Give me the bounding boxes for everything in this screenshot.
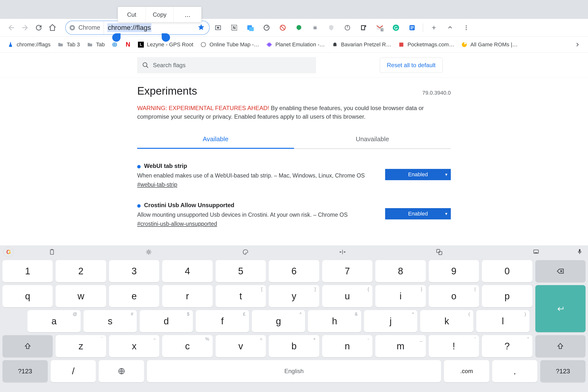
ext-n-icon[interactable]: N <box>227 21 242 34</box>
key-i[interactable]: i} <box>375 285 426 307</box>
key-4[interactable]: 4 <box>162 260 212 282</box>
ext-power-icon[interactable] <box>340 21 355 34</box>
tab-available[interactable]: Available <box>137 131 294 149</box>
key-6[interactable]: 6 <box>269 260 319 282</box>
tab-unavailable[interactable]: Unavailable <box>294 131 451 148</box>
key-b[interactable]: b+ <box>269 335 319 357</box>
key-l[interactable]: l) <box>476 310 530 332</box>
key-1[interactable]: 1 <box>2 260 53 282</box>
bookmark-overflow-button[interactable] <box>574 42 581 48</box>
clipboard-icon[interactable] <box>3 249 100 255</box>
browser-menu-button[interactable] <box>459 21 474 34</box>
key-u[interactable]: u{ <box>322 285 372 307</box>
key-9[interactable]: 9 <box>429 260 479 282</box>
selection-handle-right[interactable] <box>162 33 170 42</box>
google-icon[interactable]: G <box>3 247 14 257</box>
omnibox[interactable]: Chrome chrome://flags <box>65 20 210 35</box>
bookmark-item[interactable] <box>111 42 118 48</box>
key-space[interactable]: English <box>147 360 441 382</box>
key-d[interactable]: d$ <box>140 310 193 332</box>
dock-icon[interactable] <box>488 249 585 255</box>
omnibox-url[interactable]: chrome://flags <box>107 23 151 32</box>
ext-gmail-icon[interactable]: ? <box>372 21 387 34</box>
key-s[interactable]: s# <box>83 310 137 332</box>
key-r[interactable]: r <box>162 285 212 307</box>
bookmark-item[interactable]: Tab <box>87 42 105 48</box>
key-enter[interactable] <box>535 285 586 332</box>
ext-shield-icon[interactable] <box>324 21 339 34</box>
key-slash[interactable]: / <box>51 360 96 382</box>
key-w[interactable]: w <box>56 285 106 307</box>
key-h[interactable]: h& <box>308 310 361 332</box>
key-x[interactable]: x~ <box>109 335 159 357</box>
key-c[interactable]: c% <box>162 335 212 357</box>
ext-noentry-icon[interactable] <box>275 21 290 34</box>
tab-switcher-button[interactable] <box>443 21 457 34</box>
bookmark-item[interactable]: All Game ROMs |… <box>461 42 518 48</box>
key-symbols-right[interactable]: ?123 <box>540 360 586 382</box>
key-m[interactable]: m_ <box>375 335 426 357</box>
text-tool-icon[interactable] <box>294 249 391 255</box>
key-shift-right[interactable] <box>535 335 586 357</box>
palette-icon[interactable] <box>197 249 294 255</box>
back-button[interactable] <box>4 21 18 34</box>
key-7[interactable]: 7 <box>322 260 372 282</box>
gear-icon[interactable] <box>100 249 197 255</box>
key-exclaim[interactable]: !' <box>429 335 479 357</box>
bookmark-star-button[interactable] <box>198 24 205 32</box>
key-z[interactable]: z` <box>56 335 106 357</box>
translate-icon[interactable] <box>391 249 488 255</box>
ext-gauge-icon[interactable] <box>259 21 274 34</box>
ext-greenbubble-icon[interactable] <box>292 21 306 34</box>
flag-state-select[interactable]: Enabled <box>385 208 451 220</box>
bookmark-item[interactable]: Planet Emulation -… <box>266 42 325 48</box>
ext-android-icon[interactable] <box>308 21 322 34</box>
bookmark-item[interactable]: Bavarian Pretzel R… <box>332 42 391 48</box>
key-shift-left[interactable] <box>2 335 53 357</box>
key-o[interactable]: o| <box>429 285 479 307</box>
key-globe[interactable] <box>99 360 144 382</box>
bookmark-item[interactable]: Tab 3 <box>57 42 80 48</box>
forward-button[interactable] <box>18 21 32 34</box>
key-k[interactable]: k( <box>420 310 473 332</box>
key-j[interactable]: j* <box>364 310 417 332</box>
new-tab-button[interactable] <box>427 21 441 34</box>
ext-dict-icon[interactable] <box>405 21 419 34</box>
key-question[interactable]: ?" <box>482 335 532 357</box>
key-8[interactable]: 8 <box>375 260 426 282</box>
bookmark-item[interactable]: LLezyne - GPS Root <box>138 42 193 48</box>
key-p[interactable]: p <box>482 285 532 307</box>
context-more[interactable]: ... <box>174 7 201 22</box>
key-a[interactable]: a@ <box>27 310 81 332</box>
reload-button[interactable] <box>32 21 45 34</box>
key-0[interactable]: 0 <box>482 260 532 282</box>
bookmark-item[interactable]: Pocketmags.com… <box>398 42 454 48</box>
bookmark-item[interactable]: Online Tube Map -… <box>200 42 259 48</box>
flags-search-input[interactable]: Search flags <box>137 57 316 73</box>
key-n[interactable]: n- <box>322 335 372 357</box>
key-q[interactable]: q <box>2 285 53 307</box>
flag-hash-link[interactable]: #crostini-usb-allow-unsupported <box>137 221 217 227</box>
key-f[interactable]: f£ <box>196 310 249 332</box>
key-y[interactable]: y] <box>269 285 319 307</box>
key-dot[interactable]: . <box>492 360 538 382</box>
key-g[interactable]: g^ <box>252 310 305 332</box>
key-symbols-left[interactable]: ?123 <box>2 360 48 382</box>
context-cut[interactable]: Cut <box>118 7 146 22</box>
ext-grammarly-icon[interactable] <box>389 21 403 34</box>
ext-blue1-icon[interactable] <box>243 21 258 34</box>
reset-all-button[interactable]: Reset all to default <box>380 58 443 73</box>
flag-state-select[interactable]: Enabled <box>385 169 451 180</box>
key-3[interactable]: 3 <box>109 260 159 282</box>
ext-cast-icon[interactable] <box>211 21 225 34</box>
key-t[interactable]: t[ <box>216 285 266 307</box>
context-copy[interactable]: Copy <box>146 7 174 22</box>
key-5[interactable]: 5 <box>216 260 266 282</box>
selection-handle-left[interactable] <box>112 33 121 42</box>
key-e[interactable]: e <box>109 285 159 307</box>
key-dotcom[interactable]: .com <box>444 360 489 382</box>
bookmark-item[interactable]: N <box>125 42 131 48</box>
ext-square-icon[interactable] <box>356 21 371 34</box>
flag-hash-link[interactable]: #webui-tab-strip <box>137 182 177 188</box>
mic-icon[interactable] <box>577 248 583 256</box>
